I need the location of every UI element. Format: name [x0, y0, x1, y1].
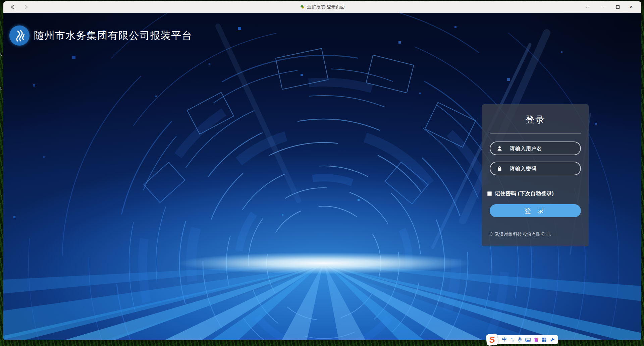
login-heading: 登录 — [490, 114, 581, 126]
sogou-ime-toolbar: S 中 °, — [492, 335, 558, 344]
close-button[interactable]: × — [625, 1, 638, 12]
shirt-skin-icon — [534, 337, 539, 342]
back-button[interactable] — [9, 3, 17, 11]
platform-title: 随州市水务集团有限公司报装平台 — [34, 29, 193, 43]
desktop-icon-label-fragment: 8 — [0, 52, 2, 56]
nav-buttons — [3, 3, 91, 11]
copyright-text: © 武汉易维科技股份有限公司. — [490, 231, 581, 237]
username-field-wrap — [490, 141, 581, 155]
forward-button[interactable] — [22, 3, 30, 11]
ime-chinese-mode-button[interactable]: 中 — [502, 336, 507, 343]
page-title: 业扩报装-登录页面 — [307, 4, 345, 10]
login-submit-button[interactable]: 登 录 — [490, 204, 581, 217]
maximize-button[interactable] — [611, 1, 625, 12]
remember-password-option[interactable]: 记住密码 (下次自动登录) — [487, 190, 581, 197]
water-waves-icon — [13, 29, 26, 42]
browser-window: 业扩报装-登录页面 ··· × — [3, 1, 641, 340]
ime-voice-button[interactable] — [518, 336, 523, 343]
ime-toolbox-button[interactable] — [542, 336, 547, 343]
window-controls: ··· × — [582, 1, 641, 12]
remember-checkbox[interactable] — [487, 191, 492, 196]
ime-keyboard-button[interactable] — [525, 336, 531, 343]
window-titlebar: 业扩报装-登录页面 ··· × — [3, 1, 641, 13]
grid-apps-icon — [542, 337, 547, 342]
forward-chevron-icon — [23, 4, 29, 10]
more-menu-button[interactable]: ··· — [582, 1, 595, 12]
remember-label[interactable]: 记住密码 (下次自动登录) — [495, 190, 554, 197]
keyboard-icon — [525, 337, 531, 342]
maximize-icon — [616, 5, 620, 9]
username-input[interactable] — [490, 141, 581, 155]
sogou-s-logo: S — [489, 335, 495, 345]
tab-title-area: 业扩报装-登录页面 — [3, 1, 641, 12]
brand-header: 随州市水务集团有限公司报装平台 — [9, 25, 193, 46]
water-group-logo — [9, 25, 30, 46]
login-panel: 登录 记住密码 (下次自动登录) 登 录 © 武汉易维科技股份有限公司. — [482, 104, 589, 246]
password-input[interactable] — [490, 162, 581, 175]
login-page-background: 随州市水务集团有限公司报装平台 登录 记住密码 (下次自动登录) — [3, 13, 641, 340]
desktop-icon-label-fragment: b — [0, 86, 2, 91]
page-favicon — [300, 5, 305, 9]
ime-skin-button[interactable] — [534, 336, 539, 343]
ime-settings-button[interactable] — [550, 336, 555, 343]
back-chevron-icon — [10, 4, 15, 10]
microphone-icon — [518, 337, 522, 342]
ime-punctuation-button[interactable]: °, — [509, 336, 515, 343]
minimize-button[interactable] — [598, 1, 611, 12]
heading-divider — [490, 133, 581, 133]
sogou-logo-button[interactable]: S — [486, 333, 498, 346]
minimize-icon — [603, 7, 606, 7]
password-field-wrap — [490, 162, 581, 175]
wrench-icon — [550, 337, 555, 342]
